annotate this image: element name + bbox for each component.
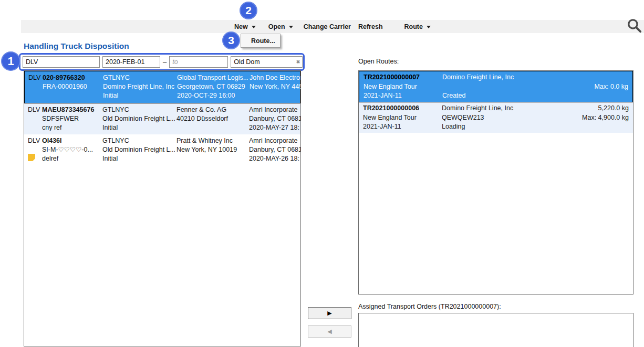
consignee-name: John Doe Electron — [250, 73, 301, 82]
assigned-orders-label: Assigned Transport Orders (TR20210000000… — [358, 303, 501, 310]
order-type-input[interactable] — [23, 56, 100, 68]
order-carrier: Old Dominion Freight L... — [102, 145, 175, 154]
order-row[interactable]: DLV MAEU873345676 SDFSFWER cny ref GTLNY… — [24, 103, 300, 134]
route-id: TR2021000000006 — [363, 104, 440, 113]
order-status: Initial — [102, 123, 175, 132]
orders-list: DLV 020-89766320 FRA-00001960 GTLNYC Dom… — [24, 70, 301, 346]
shipper-name: Global Transport Logis... — [177, 73, 248, 82]
refresh-button-label: Refresh — [358, 23, 383, 30]
assign-button[interactable]: ▶ — [308, 307, 351, 319]
shipper-name: Pratt & Whitney Inc — [176, 136, 247, 145]
route-row[interactable]: TR2021000000006 New England Tour 2021-JA… — [359, 102, 633, 133]
shipper-date: 2020-OCT-29 16:00 — [177, 91, 248, 100]
route-weight — [594, 73, 628, 82]
open-button[interactable]: Open — [268, 20, 293, 33]
route-vehicle: QEWQEW213 — [442, 113, 580, 123]
page-title: Handling Truck Disposition — [24, 41, 129, 51]
open-routes-label: Open Routes: — [358, 58, 399, 65]
order-ref: SI-M-♡♡♡♡-0... — [42, 145, 101, 154]
assigned-orders-list[interactable] — [358, 313, 633, 347]
order-carrier: Old Dominion Freight L... — [102, 114, 175, 123]
arrow-right-icon: ▶ — [327, 310, 331, 316]
order-stop: GTLNYC — [103, 73, 175, 82]
order-row[interactable]: DLV OI436I SI-M-♡♡♡♡-0... delref GTLNYC … — [24, 134, 300, 168]
chevron-down-icon — [289, 26, 293, 28]
callout-badge-3: 3 — [222, 31, 240, 49]
route-carrier: Domino Freight Line, Inc — [442, 73, 592, 82]
order-id: OI436I — [42, 136, 101, 145]
new-menu-popup: Route... — [241, 34, 281, 48]
route-button[interactable]: Route — [404, 20, 431, 33]
change-carrier-label: Change Carrier — [304, 23, 351, 30]
consignee-date: 2020-MAY-26 18: — [249, 154, 301, 163]
toolbar: New Open Change Carrier Refresh Route — [21, 20, 644, 33]
consignee-city: Danbury, CT 0681 — [249, 145, 301, 154]
date-from-input[interactable] — [102, 56, 160, 68]
note-icon — [28, 154, 35, 161]
shipper-name: Fenner & Co. AG — [176, 106, 247, 114]
new-button-label: New — [234, 23, 248, 30]
route-max-weight: Max: 4,900.0 kg — [582, 113, 629, 123]
order-status: Initial — [102, 154, 175, 163]
chevron-down-icon — [252, 26, 256, 28]
open-button-label: Open — [268, 23, 285, 30]
route-status: Loading — [442, 122, 580, 132]
order-id: 020-89766320 — [43, 73, 101, 82]
order-type: DLV — [28, 136, 40, 145]
order-ref2: delref — [42, 154, 101, 163]
consignee-city: New York, NY 445 — [250, 82, 301, 91]
route-name: New England Tour — [363, 113, 440, 123]
route-name: New England Tour — [363, 82, 440, 92]
route-vehicle — [442, 82, 592, 92]
arrow-left-icon: ◀ — [327, 329, 331, 334]
open-routes-list: TR2021000000007 New England Tour 2021-JA… — [358, 70, 633, 295]
callout-badge-1: 1 — [1, 51, 20, 71]
order-stop: GTLNYC — [102, 106, 175, 114]
route-button-label: Route — [404, 23, 423, 30]
shipper-city: New York, NY 10019 — [176, 145, 247, 154]
filter-bar: – ✖ — [19, 53, 305, 71]
clear-icon[interactable]: ✖ — [296, 60, 300, 65]
change-carrier-button[interactable]: Change Carrier — [304, 20, 351, 33]
order-status: Initial — [103, 91, 175, 100]
date-to-input[interactable] — [169, 56, 228, 68]
refresh-button[interactable]: Refresh — [358, 20, 383, 33]
order-type: DLV — [28, 106, 40, 114]
order-ref2: cny ref — [42, 123, 101, 132]
chevron-down-icon — [427, 26, 431, 28]
route-carrier: Domino Freight Line, Inc — [442, 104, 580, 113]
menu-item-route[interactable]: Route... — [251, 37, 275, 45]
route-weight: 5,220.0 kg — [582, 104, 629, 113]
order-id: MAEU873345676 — [42, 106, 101, 114]
search-icon[interactable] — [626, 17, 642, 34]
carrier-filter: ✖ — [231, 56, 303, 68]
unassign-button[interactable]: ◀ — [308, 325, 351, 338]
shipper-city: Georgetown, CT 06829 — [177, 82, 248, 91]
carrier-input[interactable] — [231, 56, 303, 68]
order-stop: GTLNYC — [102, 136, 175, 145]
route-date: 2021-JAN-11 — [363, 91, 440, 101]
route-id: TR2021000000007 — [363, 73, 440, 82]
date-range-separator: – — [163, 58, 167, 66]
consignee-name: Amri Incorporate — [249, 106, 301, 114]
order-ref: FRA-00001960 — [43, 82, 101, 91]
shipper-city: 40210 Düsseldorf — [176, 114, 247, 123]
route-max-weight: Max: 0.0 kg — [594, 82, 628, 92]
route-status: Created — [442, 91, 592, 101]
new-button[interactable]: New — [234, 20, 256, 33]
consignee-date: 2020-MAY-27 18: — [249, 123, 301, 132]
order-row[interactable]: DLV 020-89766320 FRA-00001960 GTLNYC Dom… — [24, 71, 300, 103]
order-ref: SDFSFWER — [42, 114, 101, 123]
consignee-name: Amri Incorporate — [249, 136, 301, 145]
consignee-city: Danbury, CT 0681 — [249, 114, 301, 123]
route-date: 2021-JAN-11 — [363, 122, 440, 132]
callout-badge-2: 2 — [240, 2, 257, 19]
order-type: DLV — [28, 73, 41, 82]
order-carrier: Domino Freight Line, Inc — [103, 82, 175, 91]
route-row[interactable]: TR2021000000007 New England Tour 2021-JA… — [359, 71, 633, 102]
